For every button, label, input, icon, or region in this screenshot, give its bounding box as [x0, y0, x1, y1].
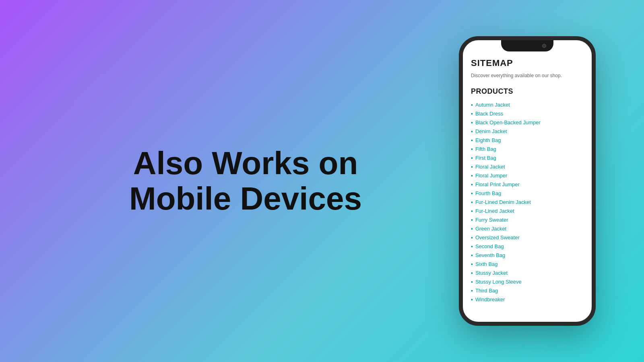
sitemap-subtitle: Discover everything available on our sho…: [471, 72, 584, 79]
list-item[interactable]: Sixth Bag: [471, 260, 584, 269]
product-link[interactable]: Floral Print Jumper: [475, 181, 520, 187]
product-link[interactable]: Eighth Bag: [475, 137, 501, 143]
product-link[interactable]: Green Jacket: [475, 226, 506, 232]
list-item[interactable]: Eighth Bag: [471, 136, 584, 145]
list-item[interactable]: Floral Jumper: [471, 171, 584, 180]
list-item[interactable]: Autumn Jacket: [471, 101, 584, 109]
product-link[interactable]: Fur-Lined Jacket: [475, 208, 514, 214]
product-link[interactable]: Furry Sweater: [475, 217, 508, 223]
product-link[interactable]: Denim Jacket: [475, 128, 507, 134]
product-link[interactable]: Stussy Jacket: [475, 270, 508, 276]
headline-line2: Mobile Devices: [129, 181, 362, 216]
list-item[interactable]: Stussy Jacket: [471, 269, 584, 278]
products-heading: PRODUCTS: [471, 87, 584, 96]
product-link[interactable]: Second Bag: [475, 243, 504, 249]
list-item[interactable]: Green Jacket: [471, 224, 584, 233]
list-item[interactable]: Oversized Sweater: [471, 233, 584, 242]
list-item[interactable]: Windbreaker: [471, 295, 584, 304]
list-item[interactable]: Fourth Bag: [471, 189, 584, 198]
product-link[interactable]: First Bag: [475, 155, 496, 161]
product-link[interactable]: Seventh Bag: [475, 252, 505, 258]
headline: Also Works on Mobile Devices: [129, 146, 362, 216]
headline-line1: Also Works on: [133, 145, 358, 181]
list-item[interactable]: Fifth Bag: [471, 145, 584, 154]
list-item[interactable]: Floral Jacket: [471, 162, 584, 171]
product-link[interactable]: Oversized Sweater: [475, 234, 520, 241]
phone-container: SITEMAP Discover everything available on…: [459, 36, 596, 326]
product-link[interactable]: Windbreaker: [475, 296, 505, 302]
list-item[interactable]: Second Bag: [471, 242, 584, 251]
product-list: Autumn JacketBlack DressBlack Open-Backe…: [471, 101, 584, 304]
product-link[interactable]: Floral Jumper: [475, 173, 507, 179]
product-link[interactable]: Fur-Lined Denim Jacket: [475, 199, 531, 205]
product-link[interactable]: Fifth Bag: [475, 146, 496, 152]
product-link[interactable]: Third Bag: [475, 288, 498, 294]
phone-camera: [542, 44, 546, 48]
list-item[interactable]: Stussy Long Sleeve: [471, 278, 584, 286]
product-link[interactable]: Sixth Bag: [475, 261, 498, 267]
list-item[interactable]: First Bag: [471, 154, 584, 162]
list-item[interactable]: Third Bag: [471, 286, 584, 295]
phone-screen[interactable]: SITEMAP Discover everything available on…: [463, 40, 592, 322]
product-link[interactable]: Fourth Bag: [475, 190, 501, 196]
list-item[interactable]: Denim Jacket: [471, 127, 584, 136]
list-item[interactable]: Black Dress: [471, 109, 584, 118]
product-link[interactable]: Floral Jacket: [475, 164, 505, 170]
left-panel: Also Works on Mobile Devices: [32, 146, 459, 216]
product-link[interactable]: Stussy Long Sleeve: [475, 279, 522, 285]
product-link[interactable]: Autumn Jacket: [475, 102, 510, 108]
list-item[interactable]: Fur-Lined Denim Jacket: [471, 198, 584, 207]
phone-mockup: SITEMAP Discover everything available on…: [459, 36, 596, 326]
list-item[interactable]: Black Open-Backed Jumper: [471, 118, 584, 127]
list-item[interactable]: Furry Sweater: [471, 216, 584, 224]
list-item[interactable]: Seventh Bag: [471, 251, 584, 260]
list-item[interactable]: Floral Print Jumper: [471, 180, 584, 189]
sitemap-title: SITEMAP: [471, 58, 584, 68]
list-item[interactable]: Fur-Lined Jacket: [471, 207, 584, 216]
phone-notch: [501, 40, 553, 51]
background: Also Works on Mobile Devices SITEMAP Dis…: [0, 0, 644, 362]
product-link[interactable]: Black Open-Backed Jumper: [475, 119, 541, 125]
product-link[interactable]: Black Dress: [475, 111, 503, 117]
